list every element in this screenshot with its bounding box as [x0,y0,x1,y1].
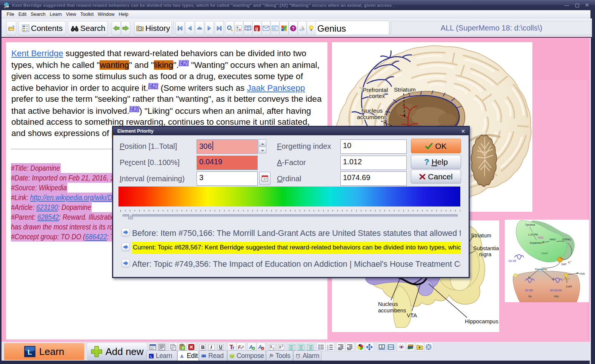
menu-toolkit[interactable]: Toolkit [78,10,95,18]
goto-before-button[interactable] [121,228,130,236]
tpl-panel-icon [149,344,156,350]
dialog-title-bar[interactable]: Element Priority ✕ [113,127,469,135]
goto-after-button[interactable] [121,259,130,267]
first-element-button[interactable] [175,21,184,35]
open-collection-button[interactable] [6,21,16,35]
outdent-button[interactable] [336,343,345,352]
maximize-button[interactable]: ▢ [572,3,582,8]
button-label: Learn [39,346,65,358]
article-text-line: prefer to use the term "seeking" rather … [11,94,321,104]
indent-button[interactable] [345,343,354,352]
after-item-text[interactable]: After: Topic #749,356: The Impact of Edu… [132,260,461,269]
menu-help[interactable]: Help [117,10,131,18]
position-spin-down[interactable] [258,147,266,153]
last-element-button[interactable] [215,21,224,35]
menu-edit[interactable]: Edit [16,10,29,18]
svg-text:17: 17 [263,177,267,181]
back-button[interactable] [112,21,121,35]
comment-button[interactable]: x... [271,21,280,35]
minimize-button[interactable]: — [562,3,572,8]
book-open-icon [244,25,251,31]
dictionary-button[interactable] [243,21,252,35]
learn-button[interactable]: L Learn [3,343,85,361]
history-button[interactable]: History [134,21,172,35]
tip-button[interactable] [307,21,316,35]
ordinal-field[interactable]: 1074.69 [340,171,407,186]
hyperlink[interactable]: Jaak Panksepp [247,83,305,93]
tile-window-button[interactable] [386,343,395,352]
lookup-button[interactable]: ba [234,21,243,35]
citation-ref[interactable]: [42] [179,60,189,66]
tab-tools[interactable]: Tools [266,350,293,361]
preview-button[interactable] [397,343,406,352]
email-button[interactable] [261,21,271,35]
article-text-line: obtained access to something rewarding, … [11,117,309,127]
priority-slider[interactable] [122,214,458,217]
fullscreen-button[interactable] [424,343,433,352]
search-button[interactable]: Search [68,21,108,35]
menu-file[interactable]: File [5,10,16,18]
menu-window[interactable]: Window [96,10,117,18]
position-spin-up[interactable] [258,139,266,146]
move-button[interactable] [365,343,374,352]
synapse-diagram-image[interactable]: Tyrosine L-DOPA DDC Dopamine MAO DOPAC D… [505,220,589,302]
forward-button[interactable] [121,21,130,35]
forgetting-index-field[interactable]: 10 [340,139,407,154]
cancel-button[interactable]: Cancel [411,170,461,184]
position-field[interactable]: 306 [197,139,258,154]
numbered-list-button[interactable]: 123 [326,343,335,352]
interval-field[interactable]: 3 [197,171,258,186]
current-item-text[interactable]: Current: Topic #628,567: Kent Berridge s… [132,242,461,254]
tab-learn[interactable]: LLearn [146,350,177,361]
split-window-button[interactable] [377,343,386,352]
position-label: Position [1..Total] [120,142,177,151]
search-texts-button[interactable] [225,21,234,35]
add-new-button[interactable]: Add new [87,343,147,361]
concept-group-input[interactable] [315,21,389,35]
percent-field[interactable]: 0.0419 [197,156,258,170]
text-run: : Dopamine [58,203,91,211]
parent-element-button[interactable] [195,21,204,35]
registry-button[interactable] [406,343,415,352]
menu-learn[interactable]: Learn [48,10,64,18]
menu-search[interactable]: Search [29,10,48,18]
export-button[interactable] [415,343,424,352]
svg-text:D1 D5: D1 D5 [525,289,533,292]
hyperlink[interactable]: 628542 [37,213,59,221]
tab-read[interactable]: Read [199,350,227,361]
close-button[interactable]: ✕ [582,3,592,8]
prev-element-button[interactable] [185,21,194,35]
priority-spectrum-bar[interactable] [118,187,460,206]
mosaic-button[interactable] [280,21,289,35]
tab-edit[interactable]: AaEdit [177,350,199,361]
hyperlink[interactable]: 623190 [36,203,58,211]
tab-alarm[interactable]: Alarm [293,350,321,361]
svg-text:F: F [242,345,244,349]
goto-current-button[interactable] [121,243,130,251]
a-factor-field[interactable]: 1.012 [340,156,407,170]
numbers-icon: 123 [327,344,334,350]
calendar-button[interactable]: 17 [259,172,271,185]
citation-ref[interactable]: [43] [129,106,140,112]
citation-ref[interactable]: [42] [148,83,158,89]
contents-button[interactable]: Contents [18,21,66,35]
highlight-run: #Title: Dopamine [11,163,61,173]
priority-slider-thumb[interactable] [128,212,133,219]
color-wheel-button[interactable] [356,343,365,352]
sketch-button[interactable] [298,21,307,35]
ok-button[interactable]: OK [411,139,461,153]
help-me-button[interactable]: ? [289,21,298,35]
hyperlink[interactable]: Kent Berridge [11,49,63,58]
main-toolbar: ALL (SuperMemo 18: d:\colls\) ContentsSe… [2,18,592,37]
dialog-close-icon[interactable]: ✕ [461,128,465,134]
menu-view[interactable]: View [64,10,78,18]
next-element-button[interactable] [205,21,214,35]
tab-compose[interactable]: Compose [227,350,266,361]
indent-icon [346,344,353,350]
hyperlink[interactable]: 686422 [85,232,107,241]
help-button[interactable]: ?Help [411,155,461,169]
svg-text:DDC: DDC [538,236,544,239]
before-item-text[interactable]: Before: Item #750,166: The Morrill Land-… [132,229,461,238]
google-button[interactable]: g [252,21,261,35]
svg-text:Gs: Gs [528,295,532,298]
